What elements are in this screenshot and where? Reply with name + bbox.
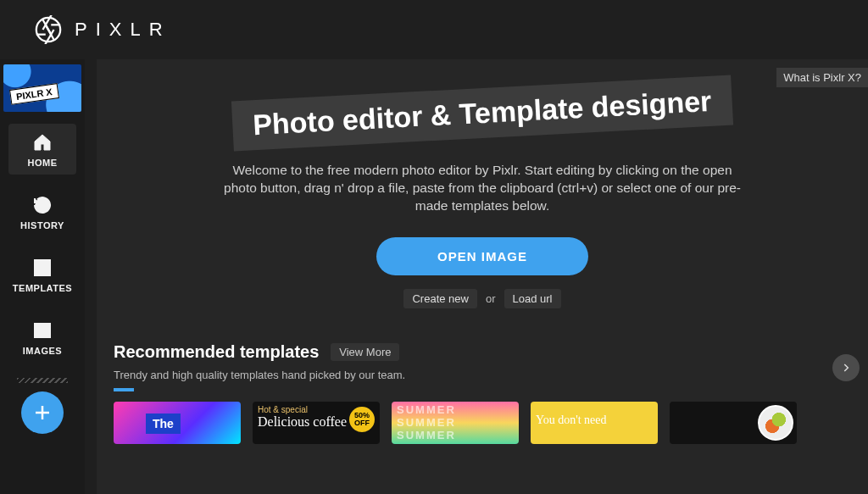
template-card[interactable]: Hot & special Delicious coffee 50%OFF	[253, 402, 380, 444]
sidebar: PIXLR X HOME HISTORY TEMPLATES IMAGES	[0, 59, 85, 494]
svg-point-11	[39, 328, 42, 330]
template-word: SUMMER	[397, 416, 514, 429]
images-icon	[32, 320, 53, 341]
sidebar-item-images[interactable]: IMAGES	[8, 312, 76, 363]
discount-badge: 50%OFF	[349, 407, 375, 432]
sidebar-item-label: TEMPLATES	[13, 283, 72, 293]
open-image-button[interactable]: OPEN IMAGE	[376, 237, 588, 275]
headline-wrap: Photo editor & Template designer	[231, 75, 733, 152]
accent-bar	[114, 388, 134, 391]
workspace-thumb[interactable]: PIXLR X	[3, 64, 81, 112]
app-header: PIXLR	[0, 0, 868, 59]
workspace-tag: PIXLR X	[9, 83, 59, 105]
template-word: SUMMER	[397, 429, 514, 441]
brand-name: PIXLR	[75, 19, 171, 41]
sidebar-item-label: HISTORY	[20, 220, 64, 230]
sidebar-divider	[17, 378, 68, 383]
sidebar-item-history[interactable]: HISTORY	[8, 186, 76, 237]
section-subtitle: Trendy and high quality templates hand p…	[114, 369, 851, 381]
template-row: The Hot & special Delicious coffee 50%OF…	[114, 402, 851, 444]
add-button[interactable]	[21, 391, 64, 434]
svg-rect-7	[35, 260, 50, 275]
main-panel: What is Pixlr X? Photo editor & Template…	[97, 59, 868, 494]
sidebar-item-label: HOME	[28, 158, 58, 168]
sidebar-item-home[interactable]: HOME	[8, 124, 76, 175]
section-title: Recommended templates	[114, 342, 319, 362]
plus-icon	[32, 402, 53, 423]
welcome-text: Welcome to the free modern photo editor …	[220, 162, 745, 215]
view-more-button[interactable]: View More	[331, 343, 399, 361]
or-text: or	[486, 292, 496, 305]
template-card[interactable]	[670, 402, 797, 444]
scroll-next-button[interactable]	[832, 354, 860, 381]
load-url-button[interactable]: Load url	[504, 289, 561, 308]
template-card[interactable]: The	[114, 402, 241, 444]
food-plate-graphic	[758, 405, 793, 441]
template-text: You don't need	[536, 414, 653, 427]
help-link[interactable]: What is Pixlr X?	[776, 68, 868, 87]
template-word: SUMMER	[397, 403, 514, 416]
recommended-section: Recommended templates View More Trendy a…	[97, 334, 868, 444]
page-headline: Photo editor & Template designer	[231, 75, 733, 152]
template-card[interactable]: You don't need	[531, 402, 658, 444]
sidebar-item-label: IMAGES	[23, 346, 62, 356]
aperture-icon	[34, 15, 63, 44]
sub-actions: Create new or Load url	[131, 289, 834, 308]
template-card[interactable]: SUMMER SUMMER SUMMER	[392, 402, 519, 444]
sidebar-item-templates[interactable]: TEMPLATES	[8, 249, 76, 300]
template-label: The	[146, 414, 181, 434]
brand-logo: PIXLR	[34, 15, 171, 44]
history-icon	[32, 195, 53, 215]
hero-section: What is Pixlr X? Photo editor & Template…	[97, 59, 868, 334]
chevron-right-icon	[840, 362, 852, 374]
templates-icon	[32, 258, 53, 278]
create-new-button[interactable]: Create new	[403, 289, 476, 308]
home-icon	[32, 132, 53, 153]
